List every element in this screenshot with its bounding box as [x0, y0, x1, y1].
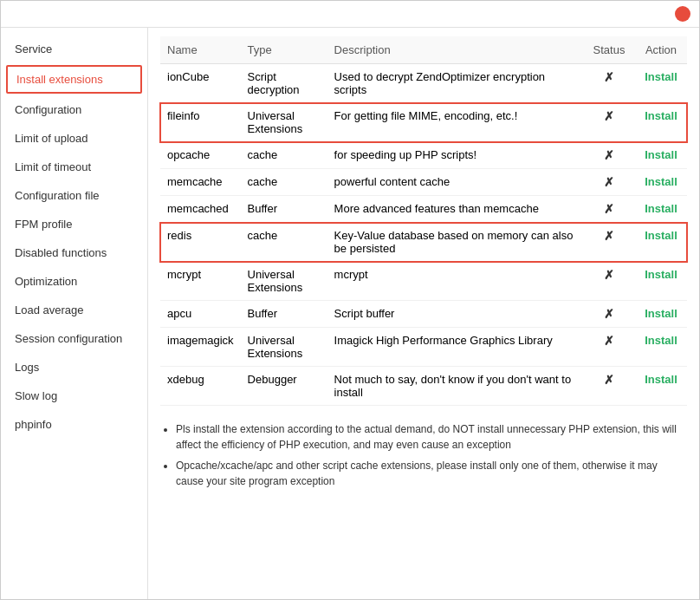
cell-status: ✗: [583, 301, 635, 328]
table-row: imagemagickUniversal ExtensionsImagick H…: [160, 328, 687, 367]
sidebar-item-load-average[interactable]: Load average: [1, 296, 147, 324]
table-row: xdebugDebuggerNot much to say, don't kno…: [160, 367, 687, 406]
install-button[interactable]: Install: [645, 373, 677, 386]
cell-name: xdebug: [160, 367, 241, 406]
cell-type: Script decryption: [241, 64, 327, 103]
cell-action: Install: [635, 64, 687, 103]
sidebar-item-install-extensions[interactable]: Install extensions: [6, 65, 142, 94]
cell-type: Buffer: [241, 196, 327, 223]
cell-description: powerful content cache: [327, 169, 583, 196]
status-icon: ✗: [604, 202, 614, 216]
cell-type: Buffer: [241, 301, 327, 328]
cell-action: Install: [635, 196, 687, 223]
status-icon: ✗: [604, 373, 614, 387]
status-icon: ✗: [604, 268, 614, 282]
sidebar-item-optimization[interactable]: Optimization: [1, 267, 147, 296]
extensions-table: Name Type Description Status Action ionC…: [160, 36, 687, 406]
table-row: ionCubeScript decryptionUsed to decrypt …: [160, 64, 687, 103]
sidebar-item-phpinfo[interactable]: phpinfo: [1, 410, 147, 439]
cell-description: for speeding up PHP scripts!: [327, 142, 583, 169]
cell-name: opcache: [160, 142, 241, 169]
sidebar-item-limit-timeout[interactable]: Limit of timeout: [1, 153, 147, 181]
table-row: fileinfoUniversal ExtensionsFor getting …: [160, 103, 687, 142]
col-header-description: Description: [327, 36, 583, 64]
status-icon: ✗: [604, 307, 614, 321]
cell-type: Debugger: [241, 367, 327, 406]
cell-action: Install: [635, 103, 687, 142]
main-content: ServiceInstall extensionsConfigurationLi…: [1, 28, 699, 599]
install-button[interactable]: Install: [645, 307, 677, 320]
install-button[interactable]: Install: [645, 148, 677, 161]
cell-name: imagemagick: [160, 328, 241, 367]
status-icon: ✗: [604, 334, 614, 348]
note-item: Opcache/xcache/apc and other script cach…: [176, 458, 687, 489]
notes-section: Pls install the extension according to t…: [160, 416, 687, 499]
content-area: Name Type Description Status Action ionC…: [148, 28, 699, 599]
note-item: Pls install the extension according to t…: [176, 421, 687, 453]
cell-type: cache: [241, 223, 327, 262]
install-button[interactable]: Install: [645, 175, 677, 188]
install-button[interactable]: Install: [645, 202, 677, 215]
table-row: rediscacheKey-Value database based on me…: [160, 223, 687, 262]
sidebar-item-config-file[interactable]: Configuration file: [1, 181, 147, 210]
table-header-row: Name Type Description Status Action: [160, 36, 687, 64]
cell-name: redis: [160, 223, 241, 262]
cell-status: ✗: [583, 367, 635, 406]
status-icon: ✗: [604, 70, 614, 84]
status-icon: ✗: [604, 148, 614, 162]
install-button[interactable]: Install: [645, 229, 677, 242]
col-header-type: Type: [241, 36, 327, 64]
cell-name: memcache: [160, 169, 241, 196]
col-header-name: Name: [160, 36, 241, 64]
cell-type: cache: [241, 169, 327, 196]
cell-description: For getting file MIME, encoding, etc.!: [327, 103, 583, 142]
cell-action: Install: [635, 367, 687, 406]
cell-type: Universal Extensions: [241, 328, 327, 367]
sidebar-item-slow-log[interactable]: Slow log: [1, 382, 147, 410]
table-row: mcryptUniversal Extensionsmcrypt✗Install: [160, 262, 687, 301]
sidebar-item-logs[interactable]: Logs: [1, 353, 147, 382]
cell-name: fileinfo: [160, 103, 241, 142]
cell-description: mcrypt: [327, 262, 583, 301]
status-icon: ✗: [604, 229, 614, 243]
cell-name: ionCube: [160, 64, 241, 103]
cell-action: Install: [635, 142, 687, 169]
table-row: opcachecachefor speeding up PHP scripts!…: [160, 142, 687, 169]
cell-status: ✗: [583, 64, 635, 103]
notes-list: Pls install the extension according to t…: [160, 421, 687, 489]
cell-description: Not much to say, don't know if you don't…: [327, 367, 583, 406]
cell-status: ✗: [583, 196, 635, 223]
sidebar-item-disabled-funcs[interactable]: Disabled functions: [1, 238, 147, 267]
col-header-action: Action: [635, 36, 687, 64]
cell-description: Used to decrypt ZendOptimizer encryption…: [327, 64, 583, 103]
sidebar-item-limit-upload[interactable]: Limit of upload: [1, 124, 147, 153]
cell-name: memcached: [160, 196, 241, 223]
sidebar-item-fpm-profile[interactable]: FPM profile: [1, 210, 147, 238]
table-body: ionCubeScript decryptionUsed to decrypt …: [160, 64, 687, 406]
cell-name: apcu: [160, 301, 241, 328]
cell-type: cache: [241, 142, 327, 169]
cell-description: Imagick High Performance Graphics Librar…: [327, 328, 583, 367]
cell-action: Install: [635, 223, 687, 262]
table-row: memcachecachepowerful content cache✗Inst…: [160, 169, 687, 196]
install-button[interactable]: Install: [645, 109, 677, 122]
cell-status: ✗: [583, 328, 635, 367]
table-row: apcuBufferScript buffer✗Install: [160, 301, 687, 328]
sidebar-item-configuration[interactable]: Configuration: [1, 95, 147, 124]
install-button[interactable]: Install: [645, 334, 677, 347]
install-button[interactable]: Install: [645, 268, 677, 281]
table-row: memcachedBufferMore advanced features th…: [160, 196, 687, 223]
sidebar-item-session-config[interactable]: Session configuration: [1, 324, 147, 353]
sidebar-item-service[interactable]: Service: [1, 35, 147, 63]
status-icon: ✗: [604, 109, 614, 123]
title-bar: [1, 1, 699, 28]
cell-status: ✗: [583, 169, 635, 196]
cell-action: Install: [635, 328, 687, 367]
main-window: ServiceInstall extensionsConfigurationLi…: [0, 0, 700, 600]
cell-description: More advanced features than memcache: [327, 196, 583, 223]
sidebar: ServiceInstall extensionsConfigurationLi…: [1, 28, 148, 599]
close-button[interactable]: [675, 6, 690, 22]
cell-description: Key-Value database based on memory can a…: [327, 223, 583, 262]
install-button[interactable]: Install: [645, 70, 677, 83]
cell-name: mcrypt: [160, 262, 241, 301]
